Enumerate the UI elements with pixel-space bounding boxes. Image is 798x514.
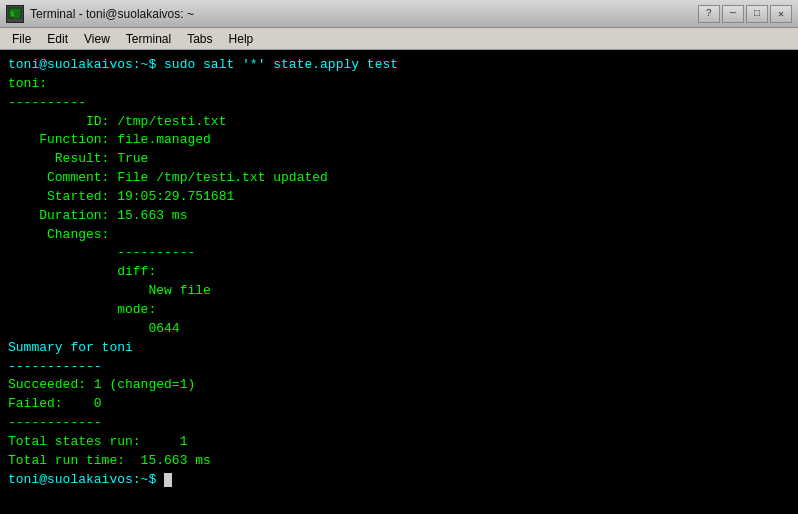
- terminal-line: Total states run: 1: [8, 433, 790, 452]
- menu-item-edit[interactable]: Edit: [39, 30, 76, 48]
- terminal-line: New file: [8, 282, 790, 301]
- menu-item-help[interactable]: Help: [221, 30, 262, 48]
- terminal-line: Failed: 0: [8, 395, 790, 414]
- menu-item-view[interactable]: View: [76, 30, 118, 48]
- svg-text:$_: $_: [10, 10, 19, 18]
- terminal-area[interactable]: toni@suolakaivos:~$ sudo salt '*' state.…: [0, 50, 798, 514]
- title-bar-left: $_ Terminal - toni@suolakaivos: ~: [6, 5, 194, 23]
- terminal-line: Duration: 15.663 ms: [8, 207, 790, 226]
- terminal-line: Succeeded: 1 (changed=1): [8, 376, 790, 395]
- terminal-line: ------------: [8, 358, 790, 377]
- terminal-line: Comment: File /tmp/testi.txt updated: [8, 169, 790, 188]
- menu-item-terminal[interactable]: Terminal: [118, 30, 179, 48]
- terminal-line: ----------: [8, 94, 790, 113]
- terminal-line: mode:: [8, 301, 790, 320]
- terminal-line: Function: file.managed: [8, 131, 790, 150]
- terminal-line: toni@suolakaivos:~$ sudo salt '*' state.…: [8, 56, 790, 75]
- terminal-line: ----------: [8, 244, 790, 263]
- menu-bar: FileEditViewTerminalTabsHelp: [0, 28, 798, 50]
- terminal-cursor: [164, 473, 172, 487]
- terminal-line: Started: 19:05:29.751681: [8, 188, 790, 207]
- minimize-button[interactable]: ─: [722, 5, 744, 23]
- terminal-line: 0644: [8, 320, 790, 339]
- terminal-line: Changes:: [8, 226, 790, 245]
- help-button[interactable]: ?: [698, 5, 720, 23]
- title-bar-controls: ? ─ □ ✕: [698, 5, 792, 23]
- terminal-line: ------------: [8, 414, 790, 433]
- title-text: Terminal - toni@suolakaivos: ~: [30, 7, 194, 21]
- terminal-line: toni:: [8, 75, 790, 94]
- terminal-line: Summary for toni: [8, 339, 790, 358]
- terminal-line: Result: True: [8, 150, 790, 169]
- terminal-line: toni@suolakaivos:~$: [8, 471, 790, 490]
- terminal-line: ID: /tmp/testi.txt: [8, 113, 790, 132]
- maximize-button[interactable]: □: [746, 5, 768, 23]
- menu-item-tabs[interactable]: Tabs: [179, 30, 220, 48]
- terminal-line: diff:: [8, 263, 790, 282]
- close-button[interactable]: ✕: [770, 5, 792, 23]
- title-bar: $_ Terminal - toni@suolakaivos: ~ ? ─ □ …: [0, 0, 798, 28]
- terminal-line: Total run time: 15.663 ms: [8, 452, 790, 471]
- menu-item-file[interactable]: File: [4, 30, 39, 48]
- app-icon: $_: [6, 5, 24, 23]
